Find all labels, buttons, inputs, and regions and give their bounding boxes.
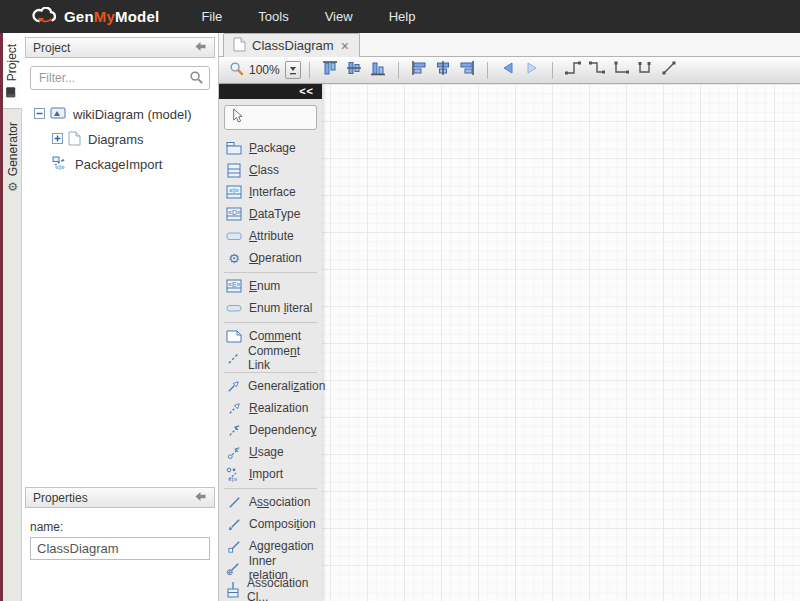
package-icon [226,140,242,156]
link-straight-button[interactable] [657,59,681,81]
tree-item-diagrams[interactable]: Diagrams [34,127,218,152]
menu-file[interactable]: File [187,3,236,30]
usage-icon [226,444,242,460]
link-zigzag-icon [588,60,606,80]
palette-tool-realization[interactable]: Realization [224,397,317,419]
palette-group: AssociationCompositionAggregationInner r… [224,488,317,601]
palette-tool-attribute[interactable]: Attribute [224,225,317,247]
palette-tool-label: DataType [249,207,300,221]
palette-tool-association-cl[interactable]: Association Cl... [224,579,317,601]
palette-group: CommentComment Link [224,322,317,369]
palette-tool-label: Comment [249,329,301,343]
palette-group: GeneralizationRealizationDependencyUsage… [224,372,317,485]
palette-tool-label: Dependency [249,423,316,437]
side-rail: Project⚙Generator [3,33,22,601]
interface-icon: «I» [226,184,242,200]
align-right-button[interactable] [455,59,479,81]
zoom-dropdown-button[interactable] [285,61,301,79]
link-u-button[interactable] [633,59,657,81]
filter-input[interactable] [30,66,210,90]
link-step-button[interactable] [561,59,585,81]
realization-icon [226,400,242,416]
name-field-input[interactable] [30,537,210,560]
palette-tool-interface[interactable]: «I»Interface [224,181,317,203]
palette-tool-usage[interactable]: Usage [224,441,317,463]
top-menubar: GenMyModel FileToolsViewHelp [0,0,800,33]
tab-classdiagram[interactable]: ClassDiagram × [223,33,360,57]
palette-collapse-button[interactable]: << [219,84,322,99]
diagram-page-icon [233,37,246,55]
palette-tool-association[interactable]: Association [224,491,317,513]
palette: << PackageClass«I»Interface«D»DataTypeAt… [219,84,322,601]
page-icon [68,131,81,149]
align-left-icon [411,60,427,80]
palette-tool-datatype[interactable]: «D»DataType [224,203,317,225]
align-bottom-button[interactable] [366,59,390,81]
collapse-panel-button[interactable] [194,41,207,55]
palette-tool-generalization[interactable]: Generalization [224,375,317,397]
menu-view[interactable]: View [311,3,367,30]
palette-tool-comment-link[interactable]: Comment Link [224,347,317,369]
tab-label: ClassDiagram [252,38,334,53]
tree-item-wikidiagram[interactable]: wikiDiagram (model) [34,102,218,127]
tree-item-packageimport[interactable]: «I»PackageImport [34,152,218,177]
palette-tool-label: Class [249,163,279,177]
palette-tool-label: Generalization [248,379,325,393]
palette-tool-label: Package [249,141,296,155]
palette-tool-composition[interactable]: Composition [224,513,317,535]
menu-items: FileToolsViewHelp [187,3,429,30]
palette-tool-label: Usage [249,445,284,459]
properties-panel-header: Properties [25,487,215,508]
editor-area: ClassDiagram × 100% << PackageClass«I»In… [219,33,800,601]
left-panel: Project wikiDiagram (model)Diagrams«I»Pa… [22,33,219,601]
align-center-button[interactable] [431,59,455,81]
operation-icon: ⚙ [226,250,242,266]
palette-tool-enum[interactable]: «E»Enum [224,275,317,297]
selection-tool-button[interactable] [224,105,317,130]
project-panel-title: Project [33,41,70,55]
toolbar-separator [309,62,310,79]
link-zigzag-button[interactable] [585,59,609,81]
package-import-icon: «I» [52,156,68,174]
svg-text:«D»: «D» [228,209,241,216]
expand-toggle-icon[interactable] [52,132,63,147]
palette-tool-label: Association [249,495,310,509]
collapse-toggle-icon[interactable] [34,107,45,122]
palette-tool-label: Enum literal [249,301,312,315]
toolbar-separator [487,62,488,79]
properties-panel-title: Properties [33,491,88,505]
flip-left-icon [501,61,515,79]
palette-tool-label: Operation [249,251,302,265]
rail-tab-generator[interactable]: ⚙Generator [3,109,22,205]
palette-tool-class[interactable]: Class [224,159,317,181]
palette-tool-label: Interface [249,185,296,199]
diagram-canvas[interactable]: << PackageClass«I»Interface«D»DataTypeAt… [219,84,800,601]
menu-tools[interactable]: Tools [244,3,302,30]
rail-tab-project[interactable]: Project [3,33,22,109]
attribute-icon [226,228,242,244]
svg-text:«I»: «I» [228,475,237,482]
align-left-button[interactable] [407,59,431,81]
tab-close-icon[interactable]: × [340,39,350,53]
svg-text:«I»: «I» [55,164,65,171]
align-right-icon [459,60,475,80]
diagram-toolbar: 100% [219,57,800,84]
align-middle-button[interactable] [342,59,366,81]
align-top-button[interactable] [318,59,342,81]
palette-tool-operation[interactable]: ⚙Operation [224,247,317,269]
enum-literal-icon [226,300,242,316]
menu-help[interactable]: Help [375,3,430,30]
generalization-icon [226,378,241,394]
flip-left-button[interactable] [496,59,520,81]
app-logo: GenMyModel [32,7,159,27]
palette-tool-enum-literal[interactable]: Enum literal [224,297,317,319]
palette-tool-package[interactable]: Package [224,137,317,159]
palette-tool-dependency[interactable]: Dependency [224,419,317,441]
association-icon [226,494,242,510]
collapse-panel-button[interactable] [194,491,207,505]
palette-tool-import[interactable]: «I»Import [224,463,317,485]
chevron-down-icon [288,65,298,75]
flip-right-button[interactable] [520,59,544,81]
link-corner-button[interactable] [609,59,633,81]
toolbar-separator [398,62,399,79]
